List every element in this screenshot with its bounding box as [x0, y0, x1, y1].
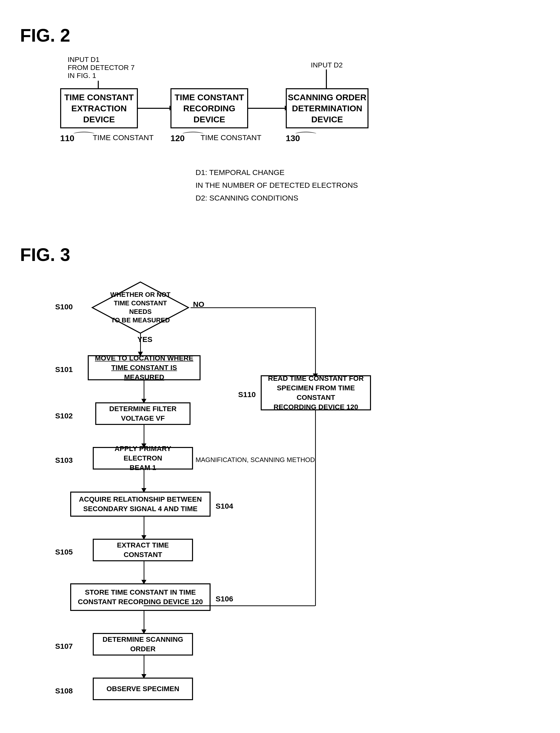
s108-label: S108: [55, 687, 73, 695]
arrow-tcr-sod: [248, 108, 286, 109]
s101-label: S101: [55, 365, 73, 374]
line-s110-to-s107-v: [315, 410, 316, 606]
line-s106-s107: [144, 611, 144, 631]
line-s101-s102: [144, 380, 144, 400]
line-s102-s103: [144, 425, 144, 445]
brace-110: ⌒: [71, 130, 97, 143]
s103-note: MAGNIFICATION, SCANNING METHOD: [196, 456, 315, 464]
s105-box: EXTRACT TIME CONSTANT: [93, 539, 193, 561]
tce-text: TIME CONSTANTEXTRACTION DEVICE: [61, 92, 137, 125]
s100-label: S100: [55, 303, 73, 311]
s104-box: ACQUIRE RELATIONSHIP BETWEENSECONDARY SI…: [70, 492, 211, 517]
sod-block: SCANNING ORDERDETERMINATION DEVICE: [286, 88, 368, 128]
fig3-section: FIG. 3 WHETHER OR NOTTIME CONSTANT NEEDS…: [20, 244, 540, 733]
input-d1-label: INPUT D1FROM DETECTOR 7IN FIG. 1: [68, 56, 135, 80]
s108-text: OBSERVE SPECIMEN: [107, 684, 179, 694]
tcr-block: TIME CONSTANTRECORDING DEVICE: [170, 88, 248, 128]
s103-text: APPLY PRIMARY ELECTRONBEAM 1: [99, 444, 187, 472]
tc-label-left: TIME CONSTANT: [93, 133, 154, 142]
s102-text: DETERMINE FILTERVOLTAGE VF: [109, 404, 177, 423]
fig3-flowchart: WHETHER OR NOTTIME CONSTANT NEEDSTO BE M…: [20, 275, 521, 733]
s102-box: DETERMINE FILTERVOLTAGE VF: [95, 402, 191, 425]
input-d2-label: INPUT D2: [311, 61, 343, 69]
tc-label-right: TIME CONSTANT: [201, 133, 261, 142]
line-s100-yes: [140, 333, 141, 353]
line-s107-s108: [144, 656, 144, 676]
arrow-tce-tcr: [138, 108, 170, 109]
s103-label: S103: [55, 456, 73, 465]
s108-box: OBSERVE SPECIMEN: [93, 678, 193, 700]
s103-box: APPLY PRIMARY ELECTRONBEAM 1: [93, 447, 193, 470]
s100-diamond: WHETHER OR NOTTIME CONSTANT NEEDSTO BE M…: [90, 280, 191, 335]
s110-text: READ TIME CONSTANT FORSPECIMEN FROM TIME…: [267, 374, 365, 412]
line-s104-s105: [144, 517, 144, 537]
tcr-text: TIME CONSTANTRECORDING DEVICE: [171, 92, 247, 125]
s107-label: S107: [55, 642, 73, 651]
fig2-diagram: INPUT D1FROM DETECTOR 7IN FIG. 1 TIME CO…: [40, 56, 441, 161]
s106-text: STORE TIME CONSTANT IN TIMECONSTANT RECO…: [78, 588, 203, 607]
s100-yes-label: YES: [137, 335, 152, 344]
s107-text: DETERMINE SCANNING ORDER: [99, 635, 187, 654]
fig3-label: FIG. 3: [20, 244, 540, 265]
s110-label: S110: [238, 390, 256, 399]
tce-block: TIME CONSTANTEXTRACTION DEVICE: [60, 88, 138, 128]
s105-label: S105: [55, 548, 73, 556]
line-s105-s106: [144, 561, 144, 581]
sod-text: SCANNING ORDERDETERMINATION DEVICE: [287, 92, 367, 125]
d2-legend: D2: SCANNING CONDITIONS: [196, 192, 540, 204]
d1b-legend: IN THE NUMBER OF DETECTED ELECTRONS: [196, 179, 540, 192]
s102-label: S102: [55, 412, 73, 420]
d1-legend: D1: TEMPORAL CHANGE: [196, 166, 540, 179]
line-s100-no-h: [191, 307, 316, 308]
brace-130: ⌒: [293, 130, 318, 143]
brace-120: ⌒: [180, 130, 206, 143]
s101-box: MOVE TO LOCATION WHERETIME CONSTANT IS M…: [88, 355, 201, 380]
arrow-d2-down: [326, 69, 327, 89]
line-s110-to-s107-h: [144, 605, 315, 606]
s107-box: DETERMINE SCANNING ORDER: [93, 633, 193, 656]
s106-label: S106: [216, 595, 233, 603]
fig2-section: FIG. 2 INPUT D1FROM DETECTOR 7IN FIG. 1 …: [20, 15, 540, 219]
s104-label: S104: [216, 502, 233, 510]
s110-box: READ TIME CONSTANT FORSPECIMEN FROM TIME…: [261, 375, 371, 410]
s101-text: MOVE TO LOCATION WHERETIME CONSTANT IS M…: [94, 353, 195, 382]
d-legend: D1: TEMPORAL CHANGE IN THE NUMBER OF DET…: [196, 166, 540, 204]
s104-text: ACQUIRE RELATIONSHIP BETWEENSECONDARY SI…: [79, 495, 202, 514]
s105-text: EXTRACT TIME CONSTANT: [99, 540, 187, 560]
s100-text: WHETHER OR NOTTIME CONSTANT NEEDSTO BE M…: [90, 280, 191, 335]
s106-box: STORE TIME CONSTANT IN TIMECONSTANT RECO…: [70, 583, 211, 611]
line-s100-no-v: [315, 307, 316, 375]
d2-text: INPUT D2: [311, 61, 343, 69]
d1-text: INPUT D1FROM DETECTOR 7IN FIG. 1: [68, 56, 135, 80]
fig2-label: FIG. 2: [20, 25, 540, 46]
line-s103-s104: [144, 470, 144, 490]
